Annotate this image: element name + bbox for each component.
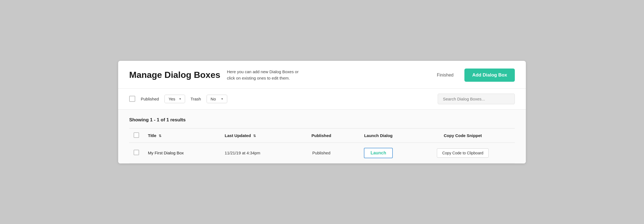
row-last-updated: 11/21/19 at 4:34pm	[225, 151, 260, 155]
trash-select-input[interactable]: No Yes	[211, 97, 219, 101]
row-title-cell: My First Dialog Box	[144, 143, 220, 163]
published-chevron-icon: ▼	[179, 97, 182, 100]
th-title: Title ⇅	[144, 128, 220, 143]
header-description: Here you can add new Dialog Boxes or cli…	[227, 69, 304, 81]
header-checkbox[interactable]	[134, 132, 139, 138]
th-copy-code-label: Copy Code Snippet	[444, 133, 482, 138]
search-input[interactable]	[438, 94, 515, 104]
main-card: Manage Dialog Boxes Here you can add new…	[118, 61, 526, 163]
filter-bar: Published Yes No All ▼ Trash No Yes ▼	[118, 89, 526, 110]
trash-filter-select[interactable]: No Yes ▼	[207, 95, 227, 103]
add-dialog-box-button[interactable]: Add Dialog Box	[464, 69, 515, 82]
dialog-boxes-table: Title ⇅ Last Updated ⇅ Published Launch …	[129, 128, 515, 163]
th-launch-dialog-label: Launch Dialog	[364, 133, 393, 138]
th-launch-dialog: Launch Dialog	[346, 128, 411, 143]
row-published-cell: Published	[297, 143, 346, 163]
select-all-checkbox[interactable]	[129, 96, 135, 102]
row-title[interactable]: My First Dialog Box	[148, 151, 184, 155]
row-checkbox-cell	[129, 143, 144, 163]
last-updated-sort-icon[interactable]: ⇅	[253, 134, 256, 138]
finished-label: Finished	[437, 73, 453, 78]
th-checkbox	[129, 128, 144, 143]
header-section: Manage Dialog Boxes Here you can add new…	[118, 61, 526, 89]
published-filter-select[interactable]: Yes No All ▼	[164, 95, 185, 103]
table-row: My First Dialog Box 11/21/19 at 4:34pm P…	[129, 143, 515, 163]
trash-filter-label: Trash	[191, 97, 201, 101]
row-launch-cell: Launch	[346, 143, 411, 163]
th-last-updated-label: Last Updated	[225, 133, 251, 138]
th-copy-code: Copy Code Snippet	[411, 128, 515, 143]
th-published: Published	[297, 128, 346, 143]
table-header-row: Title ⇅ Last Updated ⇅ Published Launch …	[129, 128, 515, 143]
results-count: Showing 1 - 1 of 1 results	[129, 117, 515, 123]
th-last-updated: Last Updated ⇅	[220, 128, 297, 143]
published-filter-label: Published	[141, 97, 159, 101]
row-copy-cell: Copy Code to Clipboard	[411, 143, 515, 163]
trash-chevron-icon: ▼	[221, 97, 224, 100]
page-title: Manage Dialog Boxes	[129, 70, 220, 80]
results-area: Showing 1 - 1 of 1 results Title ⇅ Last …	[118, 110, 526, 163]
title-sort-icon[interactable]: ⇅	[159, 134, 161, 138]
row-last-updated-cell: 11/21/19 at 4:34pm	[220, 143, 297, 163]
published-select-input[interactable]: Yes No All	[169, 97, 177, 101]
row-published-status: Published	[312, 151, 331, 155]
th-published-label: Published	[312, 133, 331, 138]
copy-code-button[interactable]: Copy Code to Clipboard	[437, 148, 488, 158]
th-title-label: Title	[148, 133, 156, 138]
row-checkbox[interactable]	[134, 150, 139, 155]
launch-button[interactable]: Launch	[364, 148, 393, 158]
